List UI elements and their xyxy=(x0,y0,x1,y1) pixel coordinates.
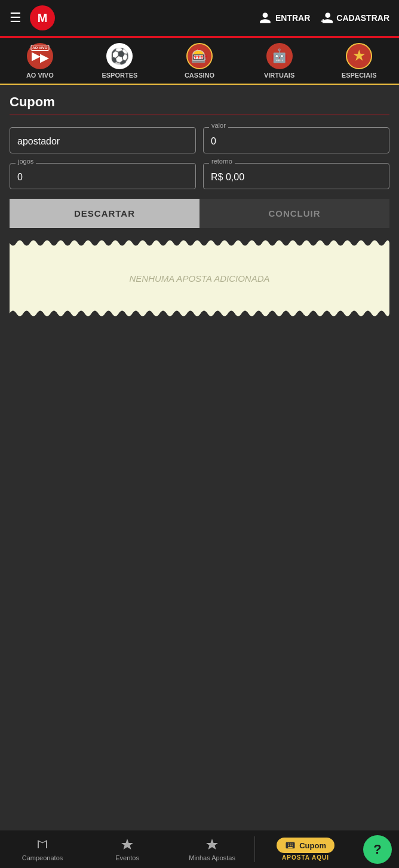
form-row-1: valor xyxy=(10,127,389,153)
person-icon xyxy=(259,11,272,24)
cassino-icon: 🎰 xyxy=(186,43,213,69)
cupom-icon xyxy=(285,840,296,851)
tab-aovivo[interactable]: AO VIVO ▶ AO VIVO xyxy=(0,38,80,84)
ticket-bottom-edge xyxy=(10,308,389,319)
especiais-icon: ★ xyxy=(346,43,372,69)
descartar-button[interactable]: DESCARTAR xyxy=(10,199,200,228)
tab-cassino-label: CASSINO xyxy=(185,72,214,79)
header: ☰ M ENTRAR CADASTRAR xyxy=(0,0,399,36)
entrar-label: ENTRAR xyxy=(275,13,310,23)
tab-virtuais-label: VIRTUAIS xyxy=(264,72,294,79)
ticket-body: NENHUMA APOSTA ADICIONADA xyxy=(10,248,389,308)
flag-icon xyxy=(35,838,50,852)
tab-cassino[interactable]: 🎰 CASSINO xyxy=(159,38,240,84)
cupom-label: Cupom xyxy=(299,841,326,850)
tab-especiais-label: ESPECIAIS xyxy=(342,72,377,79)
eventos-icon xyxy=(120,838,134,852)
valor-label: valor xyxy=(209,122,228,129)
nav-minhas-apostas[interactable]: Minhas Apostas xyxy=(170,830,254,868)
header-actions: ENTRAR CADASTRAR xyxy=(259,11,389,24)
entrar-button[interactable]: ENTRAR xyxy=(259,11,310,24)
virtuais-icon: 🤖 xyxy=(266,43,293,69)
nav-cupom[interactable]: Cupom APOSTA AQUI xyxy=(255,830,356,868)
title-divider xyxy=(10,115,389,115)
apostador-field-wrapper xyxy=(10,127,196,153)
menu-icon[interactable]: ☰ xyxy=(10,10,22,26)
nav-tabs: AO VIVO ▶ AO VIVO ⚽ ESPORTES 🎰 CASSINO 🤖… xyxy=(0,38,399,85)
aovivo-icon: AO VIVO ▶ xyxy=(27,43,53,69)
add-person-icon xyxy=(320,11,333,24)
retorno-input[interactable] xyxy=(203,163,389,189)
apostador-input[interactable] xyxy=(10,127,196,153)
jogos-label: jogos xyxy=(16,158,36,165)
help-button[interactable]: ? xyxy=(363,835,392,864)
jogos-field-wrapper: jogos xyxy=(10,163,196,189)
ticket-top-edge xyxy=(10,238,389,248)
cadastrar-button[interactable]: CADASTRAR xyxy=(320,11,389,24)
tab-esportes-label: ESPORTES xyxy=(102,72,137,79)
tab-virtuais[interactable]: 🤖 VIRTUAIS xyxy=(240,38,320,84)
concluir-button[interactable]: CONCLUIR xyxy=(200,199,389,228)
campeonatos-label: Campeonatos xyxy=(22,854,63,861)
page-title: Cupom xyxy=(10,94,389,110)
ticket-empty-text: NENHUMA APOSTA ADICIONADA xyxy=(129,273,269,284)
tab-especiais[interactable]: ★ ESPECIAIS xyxy=(319,38,399,84)
valor-field-wrapper: valor xyxy=(203,127,389,153)
nav-eventos[interactable]: Eventos xyxy=(85,830,170,868)
aovivo-badge: AO VIVO xyxy=(30,45,49,51)
retorno-field-wrapper: retorno xyxy=(203,163,389,189)
eventos-label: Eventos xyxy=(115,854,139,861)
tab-esportes[interactable]: ⚽ ESPORTES xyxy=(80,38,160,84)
help-icon: ? xyxy=(373,842,381,857)
main-content: Cupom valor jogos retorno DESCARTAR CONC… xyxy=(0,85,399,340)
play-icon: ▶ xyxy=(40,51,48,64)
esportes-icon: ⚽ xyxy=(106,43,133,69)
tab-aovivo-label: AO VIVO xyxy=(26,72,54,79)
action-buttons: DESCARTAR CONCLUIR xyxy=(10,199,389,228)
cadastrar-label: CADASTRAR xyxy=(336,13,389,23)
apostas-icon xyxy=(205,838,219,852)
jogos-input[interactable] xyxy=(10,163,196,189)
ticket-wrapper: NENHUMA APOSTA ADICIONADA xyxy=(10,238,389,319)
minhas-apostas-label: Minhas Apostas xyxy=(189,854,235,861)
valor-input[interactable] xyxy=(203,127,389,153)
bottom-nav: Campeonatos Eventos Minhas Apostas Cupom… xyxy=(0,830,399,868)
aposta-aqui-label: APOSTA AQUI xyxy=(282,854,329,861)
logo[interactable]: M xyxy=(30,5,55,30)
cupom-badge[interactable]: Cupom xyxy=(277,838,334,853)
nav-campeonatos[interactable]: Campeonatos xyxy=(0,830,85,868)
retorno-label: retorno xyxy=(209,158,235,165)
form-row-2: jogos retorno xyxy=(10,163,389,189)
